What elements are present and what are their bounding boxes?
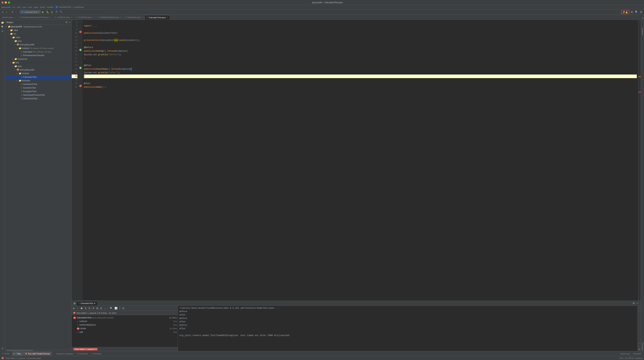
run-tree-root[interactable]: ⛔ CalculatorTest (tech.pdai.junit4.modul…: [72, 316, 177, 320]
breadcrumb-java[interactable]: java: [23, 6, 26, 8]
tool-tab-visualgc[interactable]: VisualGC: [632, 351, 643, 356]
file-tab-testmethod-close[interactable]: ✕: [120, 16, 122, 18]
tool-tab-eventlog[interactable]: Event Log: [619, 351, 632, 356]
file-tab-junit2-close[interactable]: ✕: [92, 16, 94, 18]
tree-helloworldtest[interactable]: ▸ C HelloWorldTest: [5, 97, 72, 100]
run-tree-add[interactable]: ✓ add 0ms: [72, 330, 177, 334]
file-tab-checker[interactable]: checker.java ✕: [0, 15, 17, 20]
file-tab-primenumber[interactable]: C PrimeNumberCheckerTest.java ✕: [17, 15, 53, 20]
tool-tab-terminal[interactable]: ▷ Terminal: [90, 351, 103, 356]
run-config-selector[interactable]: 🔵 CalculatorTest ▾: [20, 10, 40, 14]
up-button[interactable]: ↑: [103, 307, 106, 310]
run-panel-minimize[interactable]: —: [636, 302, 639, 305]
layout-button[interactable]: ⊞: [630, 10, 634, 14]
tree-test[interactable]: ▾ 📁 test: [5, 61, 72, 64]
breadcrumb-module[interactable]: module: [47, 6, 53, 8]
tree-src[interactable]: ▾ 📁 src: [5, 32, 72, 36]
file-tab-calculatortest[interactable]: C CalculatorTest.java ✕: [145, 15, 170, 20]
project-panel-icon1[interactable]: ⚙: [65, 21, 67, 23]
rerun-failed-button[interactable]: ✓: [76, 307, 80, 310]
right-label-database[interactable]: Database: [642, 27, 644, 36]
file-tab-junit1[interactable]: C JunitTest1.java ✕: [53, 15, 74, 20]
tree-testsuite[interactable]: ▾ 📁 testsuite: [5, 79, 72, 82]
scroll-up-button[interactable]: ↑: [638, 306, 640, 309]
file-tab-junit2[interactable]: C JunitTest2.java ✕: [74, 15, 96, 20]
scroll-left-button[interactable]: ←: [637, 345, 640, 348]
collapse-button[interactable]: ⊟: [100, 307, 103, 310]
search-everywhere-button[interactable]: 🔍: [634, 10, 638, 14]
file-tab-checker-close[interactable]: ✕: [14, 16, 15, 18]
breadcrumb-pdai[interactable]: pdai: [34, 6, 38, 8]
file-tab-primenumber-close[interactable]: ✕: [50, 16, 51, 18]
project-view-button[interactable]: 🗂: [1, 11, 4, 13]
file-tab-calculatortest-close[interactable]: ✕: [166, 16, 168, 18]
settings-button[interactable]: ⚙: [11, 10, 14, 13]
tree-tech-pdai-test[interactable]: ▾ 📦 tech.pdai.junit4: [5, 68, 72, 72]
tree-root[interactable]: ▾ 📁 java-junit4 ~/pdai/www/java-junit4: [5, 25, 72, 28]
breadcrumb-tech[interactable]: tech: [28, 6, 32, 8]
tree-calculator[interactable]: ▸ C Calculator 0% methods, 0% lines: [5, 50, 72, 54]
tree-main[interactable]: ▾ 📁 main: [5, 36, 72, 39]
stop-button[interactable]: ⏹: [80, 307, 84, 310]
tree-assertion2[interactable]: ▸ C Assertion2Test: [5, 82, 72, 86]
tab-overflow-button[interactable]: ▾: [642, 16, 644, 20]
gutter-run-20[interactable]: ▶: [79, 67, 82, 69]
run-tab-close[interactable]: ✕: [94, 302, 96, 305]
breadcrumb-src[interactable]: src: [12, 6, 15, 8]
tree-hasglobaltimeout[interactable]: ▸ C HasGlobalTimeoutTest: [5, 93, 72, 97]
scroll-right-button[interactable]: →: [637, 342, 640, 345]
tree-test-java[interactable]: ▾ 📁 java: [5, 64, 72, 68]
run-tree-dividebyzero[interactable]: ✓ testDivideByZero 0ms: [72, 323, 177, 327]
profile-button-toolbar[interactable]: ⏱: [54, 10, 58, 14]
settings2-button[interactable]: ⚙: [639, 10, 643, 14]
filter-button[interactable]: ▼: [92, 307, 95, 310]
tool-tab-sonar[interactable]: ◎ SonarLint: [75, 351, 90, 356]
tree-tech-pdai[interactable]: ▾ 📦 tech.pdai.junit4: [5, 43, 72, 46]
sidebar-icon-favorites[interactable]: ★: [0, 346, 4, 350]
sidebar-icon-1[interactable]: 📁: [0, 20, 4, 24]
maximize-button[interactable]: [8, 1, 10, 3]
tree-idea[interactable]: ▸ 📁 .idea: [5, 28, 72, 32]
minimize-button[interactable]: [5, 1, 7, 3]
breadcrumb-junit4[interactable]: junit4: [40, 6, 45, 8]
breadcrumb-test[interactable]: test: [17, 6, 20, 8]
project-panel-icon2[interactable]: ≡: [69, 21, 70, 23]
add-config-button[interactable]: +: [15, 11, 17, 13]
run-tree-divide[interactable]: ⛔ divide 2s 10ms: [72, 327, 177, 330]
run-play-button[interactable]: ▶: [73, 301, 77, 305]
tree-exceptiontest[interactable]: ▸ C ExceptionTest: [5, 90, 72, 93]
status-indent[interactable]: 4 spaces: [635, 357, 642, 359]
scroll-down-button[interactable]: ↓: [638, 309, 640, 312]
file-tab-calculator[interactable]: C Calculator.java ✕: [124, 15, 145, 20]
sidebar-icon-2[interactable]: 🔍: [0, 25, 4, 29]
breadcrumb-java-junit4[interactable]: java-junit4: [2, 6, 10, 8]
breadcrumb-calculatortest[interactable]: 🔵 CalculatorTest: [56, 6, 71, 8]
sidebar-icon-3[interactable]: ⚙: [0, 29, 4, 33]
tool-tab-todo[interactable]: 6 TODO: [1, 351, 12, 356]
debug-button-toolbar[interactable]: 🐛: [46, 10, 50, 14]
run-output[interactable]: /Library/Java/JavaVirtualMachines/jdk1.8…: [178, 306, 637, 351]
breadcrumb-teardown[interactable]: m tearDown: [73, 6, 84, 8]
down-button[interactable]: ↓: [106, 307, 109, 310]
rerun-button[interactable]: ▶: [72, 307, 76, 310]
tree-assertiontest[interactable]: ▸ C AssertionTest: [5, 86, 72, 90]
coverage-button-toolbar[interactable]: ▶: [50, 10, 54, 14]
run-tab-calculatortest[interactable]: C CalculatorTest ✕: [77, 301, 97, 306]
sort-alpha-button[interactable]: ⇅: [84, 307, 87, 310]
tree-module-test[interactable]: ▾ 📁 module: [5, 72, 72, 75]
close-button[interactable]: [2, 1, 4, 3]
right-label-coverage[interactable]: Coverage: [642, 342, 644, 351]
tree-module-main[interactable]: ▾ 📁 module 0% classes, 0% lines covered: [5, 46, 72, 50]
tree-calculatortest[interactable]: ▸ C CalculatorTest: [5, 75, 72, 79]
file-tab-testmethod[interactable]: C TestMethodOrder.java ✕: [96, 15, 124, 20]
config-test-button[interactable]: ⚙: [122, 307, 125, 310]
file-tab-junit1-close[interactable]: ✕: [71, 16, 72, 18]
structure-button[interactable]: ≡: [5, 11, 8, 13]
tool-tab-sequence[interactable]: ↔ Sequence Diagram: [52, 351, 75, 356]
sort-duration-button[interactable]: ⇅: [88, 307, 91, 310]
tree-main-java[interactable]: ▾ 📁 java: [5, 39, 72, 43]
build-button-toolbar[interactable]: 🔨: [59, 10, 64, 14]
run-panel-settings[interactable]: ⚙: [632, 302, 636, 305]
run-button-toolbar[interactable]: ▶: [41, 10, 45, 14]
coverage-icon-button[interactable]: 📊: [114, 307, 118, 310]
